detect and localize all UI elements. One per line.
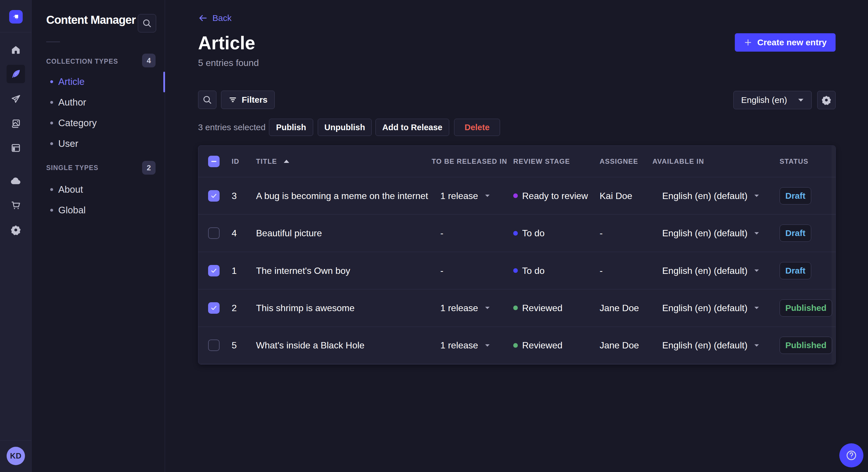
check-icon [210, 305, 217, 311]
locale-value: English (en) [741, 95, 787, 105]
cell-released-in[interactable]: 1 release [440, 191, 490, 201]
nav-content-manager[interactable] [7, 65, 25, 83]
table-row[interactable]: 4 Beautiful picture - To do - English (e… [198, 214, 836, 252]
table-row[interactable]: 3 A bug is becoming a meme on the intern… [198, 177, 836, 214]
cell-id: 5 [231, 340, 237, 351]
delete-button[interactable]: Delete [454, 119, 500, 136]
plus-icon [744, 38, 752, 47]
table-header-row: ID TITLE TO BE RELEASED IN REVIEW STAGE … [198, 146, 836, 177]
nav-settings[interactable] [7, 221, 25, 239]
strapi-logo-icon [12, 12, 20, 21]
arrow-left-icon [198, 13, 208, 23]
column-header-available-in[interactable]: AVAILABLE IN [652, 158, 704, 165]
create-new-entry-button[interactable]: Create new entry [735, 33, 836, 52]
subnav-item-category[interactable]: Category [46, 117, 97, 129]
help-button[interactable] [839, 443, 863, 467]
cell-available-in[interactable]: English (en) (default) [662, 191, 760, 201]
nav-marketplace[interactable] [7, 196, 25, 214]
cell-assignee: Jane Doe [600, 340, 639, 351]
subnav-search-button[interactable] [138, 14, 156, 32]
subnav-divider [46, 42, 60, 42]
nav-media-library[interactable] [7, 114, 25, 133]
add-to-release-button[interactable]: Add to Release [375, 119, 449, 136]
chevron-down-icon [485, 306, 490, 310]
table-scrollbar[interactable] [832, 146, 835, 364]
cell-released-in[interactable]: 1 release [440, 303, 490, 313]
subnav-item-article[interactable]: Article [46, 75, 85, 88]
cell-available-in[interactable]: English (en) (default) [662, 228, 760, 239]
cell-review-stage: Reviewed [513, 303, 563, 313]
column-header-status[interactable]: STATUS [780, 158, 808, 165]
search-entries-button[interactable] [198, 91, 216, 109]
strapi-logo[interactable] [9, 10, 23, 24]
cell-assignee: - [600, 265, 603, 276]
create-button-label: Create new entry [757, 38, 827, 47]
cart-icon [11, 200, 21, 210]
filters-label: Filters [242, 95, 268, 105]
bullet-icon [50, 142, 53, 145]
cell-available-in[interactable]: English (en) (default) [662, 303, 760, 313]
subnav-item-label: Author [58, 97, 86, 108]
row-checkbox-checked[interactable] [208, 302, 220, 314]
entries-table: ID TITLE TO BE RELEASED IN REVIEW STAGE … [198, 145, 836, 365]
subnav-scrollbar-thumb[interactable] [163, 72, 165, 92]
chevron-down-icon [754, 343, 760, 347]
column-header-review-stage[interactable]: REVIEW STAGE [513, 158, 570, 165]
view-settings-button[interactable] [817, 91, 836, 109]
cell-status: Draft [780, 225, 811, 242]
publish-button[interactable]: Publish [269, 119, 313, 136]
cell-title: This shrimp is awesome [256, 303, 354, 313]
nav-home[interactable] [7, 41, 25, 59]
table-row[interactable]: 5 What's inside a Black Hole 1 release R… [198, 327, 836, 364]
cell-assignee: - [600, 228, 603, 239]
subnav-item-global[interactable]: Global [46, 204, 86, 216]
subnav-item-about[interactable]: About [46, 183, 83, 196]
status-badge: Draft [780, 262, 811, 279]
cell-status: Published [780, 337, 832, 354]
nav-deploy[interactable] [7, 172, 25, 190]
chevron-down-icon [754, 231, 760, 235]
cell-available-in[interactable]: English (en) (default) [662, 265, 760, 276]
locale-select[interactable]: English (en) [733, 91, 812, 109]
column-header-released-in[interactable]: TO BE RELEASED IN [432, 158, 507, 165]
cell-review-stage: To do [513, 228, 545, 239]
column-header-id[interactable]: ID [231, 158, 239, 165]
cell-assignee: Jane Doe [600, 303, 639, 313]
chevron-down-icon [485, 343, 490, 347]
stage-dot-icon [513, 231, 518, 235]
row-checkbox-checked[interactable] [208, 190, 220, 202]
row-checkbox-unchecked[interactable] [208, 227, 220, 239]
cell-released-in[interactable]: 1 release [440, 340, 490, 351]
table-row[interactable]: 1 The internet's Own boy - To do - Engli… [198, 252, 836, 289]
select-all-checkbox[interactable] [208, 156, 220, 167]
column-header-title[interactable]: TITLE [256, 158, 290, 165]
nav-content-type-builder[interactable] [7, 139, 25, 157]
cell-available-in[interactable]: English (en) (default) [662, 340, 760, 351]
cell-review-stage: To do [513, 265, 545, 276]
filters-button[interactable]: Filters [221, 91, 275, 109]
column-header-assignee[interactable]: ASSIGNEE [600, 158, 638, 165]
stage-dot-icon [513, 268, 518, 273]
cell-title: What's inside a Black Hole [256, 340, 365, 351]
cell-review-stage: Reviewed [513, 340, 563, 351]
row-checkbox-unchecked[interactable] [208, 339, 220, 351]
check-icon [210, 193, 217, 199]
bullet-icon [50, 80, 53, 83]
subnav-item-user[interactable]: User [46, 137, 79, 150]
unpublish-button[interactable]: Unpublish [318, 119, 372, 136]
nav-releases[interactable] [7, 90, 25, 108]
row-checkbox-checked[interactable] [208, 265, 220, 276]
status-badge: Published [780, 337, 832, 354]
entries-count: 5 entries found [198, 58, 259, 68]
user-avatar[interactable]: KD [7, 447, 25, 465]
table-row[interactable]: 2 This shrimp is awesome 1 release Revie… [198, 289, 836, 327]
cell-assignee: Kai Doe [600, 191, 632, 201]
filter-icon [228, 95, 237, 104]
subnav-item-author[interactable]: Author [46, 96, 86, 109]
back-link[interactable]: Back [198, 13, 231, 23]
chevron-down-icon [485, 194, 490, 198]
cell-id: 4 [231, 228, 237, 239]
cell-id: 1 [231, 265, 237, 276]
subnav-item-label: About [58, 184, 83, 195]
bullet-icon [50, 122, 53, 125]
